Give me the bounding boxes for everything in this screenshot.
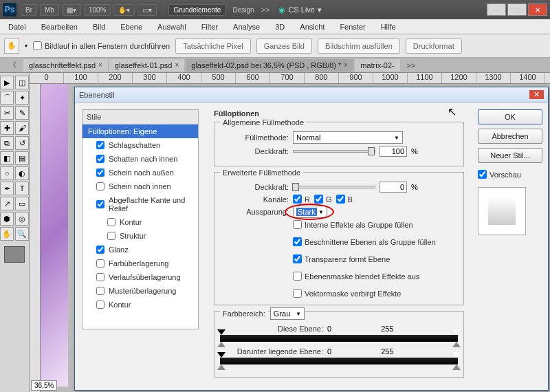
menu-ansicht[interactable]: Ansicht: [297, 21, 327, 32]
heal-tool[interactable]: ✚: [0, 121, 14, 135]
eyedropper-tool[interactable]: ✎: [15, 106, 29, 120]
menu-3d[interactable]: 3D: [272, 21, 287, 32]
hand-tool-icon[interactable]: ✋: [4, 39, 19, 54]
style-item-11[interactable]: Musterüberlagerung: [82, 284, 198, 298]
pen-tool[interactable]: ✒: [0, 182, 14, 195]
style-item-3[interactable]: Schein nach außen: [82, 166, 198, 179]
style-item-0[interactable]: Fülloptionen: Eigene: [82, 124, 198, 138]
wand-tool[interactable]: ✦: [15, 91, 29, 105]
style-checkbox[interactable]: [107, 218, 116, 226]
menu-bild[interactable]: Bild: [90, 21, 108, 32]
menu-datei[interactable]: Datei: [6, 21, 29, 32]
screen-mode[interactable]: ▭▾: [138, 4, 157, 16]
opt-clipped-layers[interactable]: Beschnittene Ebenen als Gruppe füllen: [293, 237, 458, 246]
workspace-more[interactable]: >>: [261, 6, 270, 14]
zoom-level[interactable]: 100%: [84, 4, 111, 16]
style-item-10[interactable]: Verlaufsüberlagerung: [82, 270, 198, 284]
canvas-document[interactable]: [41, 84, 68, 386]
fit-screen-button[interactable]: Ganzes Bild: [256, 39, 312, 54]
actual-pixels-button[interactable]: Tatsächliche Pixel: [175, 39, 250, 54]
gradient-tool[interactable]: ▤: [15, 151, 29, 165]
zoom-label[interactable]: 36,5%: [31, 380, 57, 391]
tabs-prev[interactable]: 《: [3, 60, 22, 70]
hand-tool[interactable]: ✋: [0, 227, 14, 241]
preview-checkbox[interactable]: Vorschau: [478, 170, 542, 179]
workspace-grundelemente[interactable]: Grundelemente: [168, 4, 226, 16]
history-brush[interactable]: ↺: [15, 136, 29, 150]
style-item-5[interactable]: Abgeflachte Kante und Relief: [82, 193, 198, 215]
style-item-8[interactable]: Glanz: [82, 243, 198, 257]
3d-cam-tool[interactable]: ◎: [15, 212, 29, 226]
fill-screen-button[interactable]: Bildschirm ausfüllen: [318, 39, 400, 54]
tab-glasschrift[interactable]: glasschrifteffekt.psd×: [23, 59, 108, 72]
channel-g-checkbox[interactable]: G: [314, 195, 332, 204]
opacity-slider[interactable]: [293, 150, 375, 153]
fill-opacity-slider[interactable]: [293, 186, 375, 188]
under-layer-slider[interactable]: [220, 358, 458, 364]
lasso-tool[interactable]: ⌒: [0, 91, 14, 105]
tab-glaseffekt01[interactable]: glaseffekt-01.psd×: [109, 59, 184, 72]
eraser-tool[interactable]: ◧: [0, 151, 14, 165]
cslive-button[interactable]: ◉CS Live ▾: [278, 6, 322, 14]
opt-layer-mask-hides[interactable]: Ebenenmaske blendet Effekte aus: [293, 272, 458, 281]
cancel-button[interactable]: Abbrechen: [478, 129, 542, 144]
brush-tool[interactable]: 🖌: [15, 121, 29, 135]
dialog-close-icon[interactable]: ✕: [529, 90, 544, 99]
path-tool[interactable]: ↗: [0, 197, 14, 210]
style-item-6[interactable]: Kontur: [82, 215, 198, 229]
style-checkbox[interactable]: [96, 301, 104, 309]
scroll-all-checkbox[interactable]: Bildlauf in allen Fenstern durchführen: [33, 41, 170, 50]
menu-ebene[interactable]: Ebene: [118, 21, 145, 32]
style-checkbox[interactable]: [107, 232, 116, 240]
knockout-select[interactable]: Stark▼: [293, 206, 327, 218]
shape-tool[interactable]: ▭: [15, 197, 29, 210]
menu-fenster[interactable]: Fenster: [337, 21, 368, 32]
channel-r-checkbox[interactable]: R: [293, 195, 310, 204]
blend-if-select[interactable]: Grau▼: [270, 307, 305, 320]
stamp-tool[interactable]: ⧉: [0, 136, 14, 150]
color-swatch[interactable]: [4, 246, 25, 263]
minimize-button[interactable]: —: [487, 3, 506, 16]
print-size-button[interactable]: Druckformat: [406, 39, 462, 54]
style-checkbox[interactable]: [96, 273, 104, 281]
3d-tool[interactable]: ⬢: [0, 212, 14, 226]
style-item-12[interactable]: Kontur: [82, 298, 198, 312]
close-button[interactable]: ✕: [528, 3, 547, 16]
opt-transparency-shapes[interactable]: Transparenz formt Ebene: [293, 254, 458, 263]
style-checkbox[interactable]: [96, 259, 104, 268]
close-icon[interactable]: ×: [98, 61, 102, 69]
opt-internal-effects[interactable]: Interne Effekte als Gruppe füllen: [293, 220, 458, 229]
style-checkbox[interactable]: [96, 141, 104, 149]
crop-tool[interactable]: ✂: [0, 106, 14, 120]
close-icon[interactable]: ×: [344, 61, 348, 69]
tab-matrix02[interactable]: matrix-02-: [355, 59, 400, 72]
style-item-1[interactable]: Schlagschatten: [82, 138, 198, 152]
type-tool[interactable]: T: [15, 182, 29, 195]
maximize-button[interactable]: ▢: [507, 3, 527, 16]
workspace-design[interactable]: Design: [228, 5, 258, 15]
ok-button[interactable]: OK: [478, 109, 542, 124]
bridge-button[interactable]: Br: [21, 4, 37, 16]
channel-b-checkbox[interactable]: B: [336, 195, 353, 204]
this-layer-slider[interactable]: [220, 335, 458, 342]
opacity-value[interactable]: 100: [380, 146, 407, 157]
menu-bearbeiten[interactable]: Bearbeiten: [38, 21, 80, 32]
style-checkbox[interactable]: [96, 155, 104, 163]
close-icon[interactable]: ×: [175, 61, 179, 69]
style-item-4[interactable]: Schein nach innen: [82, 179, 198, 193]
move-tool[interactable]: ▶: [0, 76, 14, 89]
opt-vector-mask-hides[interactable]: Vektormaske verbirgt Effekte: [293, 289, 458, 298]
style-checkbox[interactable]: [96, 287, 104, 295]
blur-tool[interactable]: ○: [0, 166, 14, 180]
new-style-button[interactable]: Neuer Stil...: [478, 148, 542, 163]
style-checkbox[interactable]: [96, 246, 104, 254]
tab-glaseffekt02[interactable]: glaseffekt-02.psd bei 36,5% (PSD , RGB/8…: [186, 59, 353, 72]
dialog-titlebar[interactable]: Ebenenstil ✕: [75, 87, 548, 102]
marquee-tool[interactable]: ◫: [15, 76, 29, 89]
minibridge-button[interactable]: Mb: [40, 4, 59, 16]
hand-tool-tb[interactable]: ✋▾: [113, 4, 135, 16]
zoom-tool[interactable]: 🔍: [15, 227, 29, 241]
menu-auswahl[interactable]: Auswahl: [155, 21, 189, 32]
menu-hilfe[interactable]: Hilfe: [378, 21, 399, 32]
tabs-next[interactable]: >>: [402, 61, 421, 69]
